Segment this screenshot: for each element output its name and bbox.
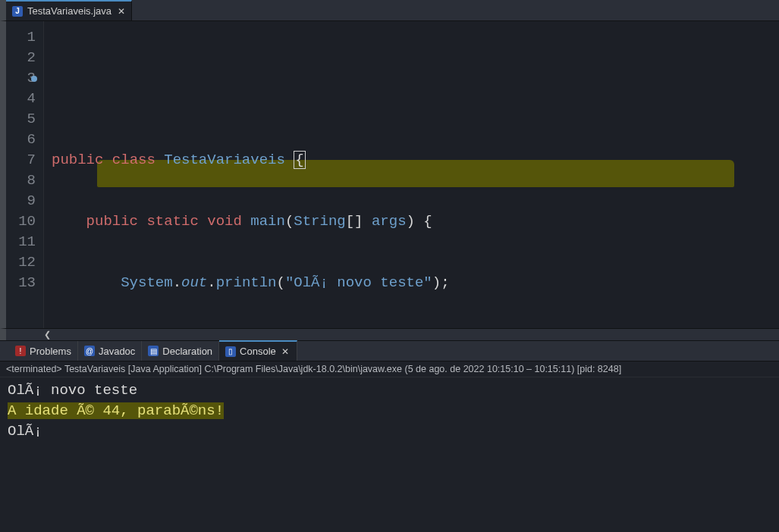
line-number: 10 xyxy=(6,211,36,232)
console-line: OlÃ¡ xyxy=(8,423,42,440)
console-line-highlighted: A idade Ã© 44, parabÃ©ns! xyxy=(8,402,224,419)
tab-declaration[interactable]: ▤ Declaration xyxy=(142,341,219,361)
line-number: 2 xyxy=(6,48,36,68)
console-status: <terminated> TestaVariaveis [Java Applic… xyxy=(0,361,779,377)
code-line: public static void main(String[] args) { xyxy=(52,211,779,232)
tab-javadoc[interactable]: @ Javadoc xyxy=(78,341,142,361)
line-number: 7 xyxy=(6,150,36,171)
tab-label: Console xyxy=(240,346,276,357)
code-line: System.out.println("OlÃ¡ novo teste"); xyxy=(52,273,779,293)
tab-console[interactable]: ▯ Console ✕ xyxy=(219,340,297,361)
tab-label: Javadoc xyxy=(99,346,135,357)
declaration-icon: ▤ xyxy=(148,346,159,356)
problems-icon: ! xyxy=(15,346,26,356)
javadoc-icon: @ xyxy=(84,346,95,356)
code-area[interactable]: public class TestaVariaveis { public sta… xyxy=(44,21,779,328)
tab-label: Declaration xyxy=(162,346,212,357)
line-number: 6 xyxy=(6,130,36,150)
close-icon[interactable]: ✕ xyxy=(280,346,291,357)
line-number: 5 xyxy=(6,109,36,130)
line-number-gutter: 1 2 3 4 5 6 7 8 9 10 11 12 13 xyxy=(6,21,44,328)
tab-label: Problems xyxy=(30,346,71,357)
override-marker-icon xyxy=(31,76,37,82)
scroll-left-icon[interactable]: ❮ xyxy=(44,330,51,340)
code-line xyxy=(52,89,779,109)
line-number: 12 xyxy=(6,252,36,273)
line-number: 3 xyxy=(6,68,36,89)
code-editor[interactable]: 1 2 3 4 5 6 7 8 9 10 11 12 13 public cla… xyxy=(0,21,779,328)
console-line: OlÃ¡ novo teste xyxy=(8,382,137,399)
bottom-views-tabbar: ! Problems @ Javadoc ▤ Declaration ▯ Con… xyxy=(0,340,779,361)
java-file-icon: J xyxy=(12,6,23,17)
code-line: public class TestaVariaveis { xyxy=(52,150,779,171)
line-number: 11 xyxy=(6,232,36,252)
line-number: 13 xyxy=(6,273,36,293)
console-panel: <terminated> TestaVariaveis [Java Applic… xyxy=(0,361,779,532)
console-output[interactable]: OlÃ¡ novo teste A idade Ã© 44, parabÃ©ns… xyxy=(0,377,779,532)
console-icon: ▯ xyxy=(225,346,236,357)
line-number: 8 xyxy=(6,171,36,191)
line-number: 1 xyxy=(6,27,36,48)
tab-problems[interactable]: ! Problems xyxy=(9,341,78,361)
editor-tab-testavariaveis[interactable]: J TestaVariaveis.java ✕ xyxy=(6,0,132,20)
close-icon[interactable]: ✕ xyxy=(116,6,127,17)
line-number: 4 xyxy=(6,89,36,109)
line-number: 9 xyxy=(6,191,36,211)
editor-tab-label: TestaVariaveis.java xyxy=(27,5,112,17)
horizontal-scrollbar[interactable]: ❮ xyxy=(0,328,779,340)
editor-tab-bar: J TestaVariaveis.java ✕ xyxy=(0,0,779,21)
